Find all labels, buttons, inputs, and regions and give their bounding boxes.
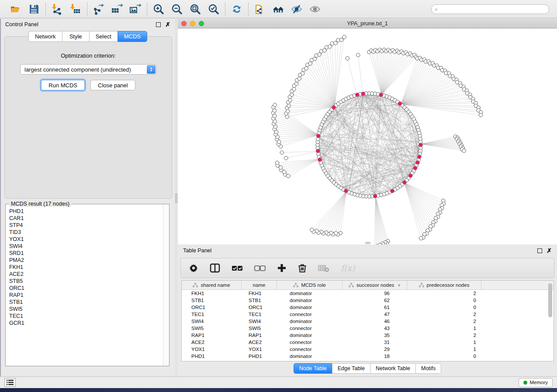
table-cell[interactable]: 18 xyxy=(343,354,407,359)
mcds-result-list[interactable]: PHD1CAR1STP4TID3YOX1SWI4SRD1PMA2FKH1ACE2… xyxy=(6,207,163,363)
table-cell[interactable]: 1 xyxy=(407,340,481,345)
hide-eye-icon[interactable] xyxy=(291,3,303,15)
table-cell[interactable]: FKH1 xyxy=(182,291,242,296)
share-document-icon[interactable] xyxy=(254,3,266,15)
mcds-result-item[interactable]: STB1 xyxy=(9,299,163,306)
tab-motifs[interactable]: Motifs xyxy=(415,363,441,374)
table-cell[interactable]: 46 xyxy=(343,319,407,324)
table-cell[interactable]: 43 xyxy=(343,326,407,331)
mcds-result-item[interactable]: SWI4 xyxy=(9,243,163,250)
network-node[interactable] xyxy=(419,237,422,240)
table-cell[interactable]: 2 xyxy=(407,333,481,338)
network-hscroll-thumb[interactable] xyxy=(365,242,370,244)
mcds-result-item[interactable]: SWI5 xyxy=(9,306,163,313)
network-node[interactable] xyxy=(275,161,279,165)
add-column-icon[interactable] xyxy=(277,263,287,273)
column-header-mcds-role[interactable]: MCDS role xyxy=(277,281,343,289)
network-node[interactable] xyxy=(288,98,292,102)
table-cell[interactable]: TEC1 xyxy=(242,312,277,317)
mcds-result-item[interactable]: FKH1 xyxy=(9,264,163,271)
network-hub-node[interactable] xyxy=(344,189,348,193)
show-eye-icon[interactable] xyxy=(309,3,321,15)
network-node[interactable] xyxy=(322,48,326,52)
table-cell[interactable]: SWI5 xyxy=(242,326,277,331)
column-header-successor-nodes[interactable]: successor nodes ∨ xyxy=(343,281,407,289)
table-row[interactable]: STB1STB1dominator620 xyxy=(182,297,554,304)
table-cell[interactable]: YOX1 xyxy=(242,347,277,352)
panel-splitter[interactable] xyxy=(175,19,178,376)
splitter-handle[interactable] xyxy=(175,193,177,203)
select-all-checks-icon[interactable] xyxy=(232,264,243,272)
table-cell[interactable]: dominator xyxy=(277,291,343,296)
table-cell[interactable]: 2 xyxy=(407,291,481,296)
refresh-icon[interactable] xyxy=(231,3,243,15)
mcds-result-item[interactable]: YOX1 xyxy=(9,236,163,243)
network-hub-node[interactable] xyxy=(373,194,377,198)
network-node[interactable] xyxy=(298,77,301,80)
mcds-result-item[interactable]: CAR1 xyxy=(9,215,163,222)
mcds-result-item[interactable]: SRD1 xyxy=(9,250,163,257)
close-panel-button[interactable]: Close panel xyxy=(90,80,135,90)
float-panel-icon[interactable] xyxy=(156,22,161,27)
tab-mcds[interactable]: MCDS xyxy=(118,31,147,42)
network-hub-node[interactable] xyxy=(361,92,365,96)
memory-button[interactable]: Memory xyxy=(519,378,553,387)
table-cell[interactable]: ACE2 xyxy=(242,340,277,345)
table-cell[interactable]: 0 xyxy=(407,354,481,359)
table-cell[interactable]: PHD1 xyxy=(242,354,277,359)
mcds-result-item[interactable]: PMA2 xyxy=(9,257,163,264)
table-cell[interactable]: STB1 xyxy=(242,298,277,303)
table-row[interactable]: SWI4SWI4dominator462 xyxy=(182,318,554,325)
function-builder-icon[interactable]: f(x) xyxy=(341,263,355,273)
delete-column-icon[interactable] xyxy=(298,263,307,273)
tab-edge-table[interactable]: Edge Table xyxy=(332,363,370,374)
network-node[interactable] xyxy=(328,45,332,48)
table-cell[interactable]: YOX1 xyxy=(182,347,242,352)
table-cell[interactable]: 61 xyxy=(343,305,407,310)
mcds-result-item[interactable]: TEC1 xyxy=(9,313,163,320)
table-cell[interactable]: dominator xyxy=(277,333,343,338)
network-node[interactable] xyxy=(308,62,312,65)
table-row[interactable]: TEC1TEC1connector472 xyxy=(182,311,554,318)
network-hub-node[interactable] xyxy=(316,134,320,138)
table-cell[interactable]: PHD1 xyxy=(182,354,242,359)
table-cell[interactable]: SWI4 xyxy=(182,319,242,324)
table-cell[interactable]: 31 xyxy=(343,340,407,345)
network-node[interactable] xyxy=(318,53,321,56)
network-node[interactable] xyxy=(336,38,340,42)
network-hub-node[interactable] xyxy=(398,102,402,106)
table-cell[interactable]: 2 xyxy=(407,312,481,317)
network-node[interactable] xyxy=(462,149,466,152)
table-row[interactable]: YOX1YOX1connector291 xyxy=(182,346,554,353)
table-cell[interactable]: connector xyxy=(277,340,343,345)
table-cell[interactable]: 47 xyxy=(343,312,407,317)
network-node[interactable] xyxy=(292,87,296,91)
network-node[interactable] xyxy=(346,56,349,60)
network-node[interactable] xyxy=(339,38,343,41)
table-cell[interactable]: ORC1 xyxy=(182,305,242,310)
delete-table-icon[interactable] xyxy=(318,264,329,272)
table-cell[interactable]: 0 xyxy=(407,305,481,310)
tab-network[interactable]: Network xyxy=(28,31,62,42)
export-image-icon[interactable] xyxy=(129,3,142,15)
table-cell[interactable]: 2 xyxy=(407,319,481,324)
table-row[interactable]: SWI5SWI5connector431 xyxy=(182,325,554,332)
network-node[interactable] xyxy=(343,35,346,39)
zoom-selected-icon[interactable] xyxy=(208,3,220,15)
network-hub-node[interactable] xyxy=(332,106,336,110)
network-node[interactable] xyxy=(313,57,316,61)
network-node[interactable] xyxy=(286,110,290,113)
export-network-icon[interactable] xyxy=(93,3,105,15)
network-node[interactable] xyxy=(330,42,334,45)
network-node[interactable] xyxy=(290,93,294,96)
column-header-name[interactable]: name xyxy=(242,281,277,289)
close-table-panel-icon[interactable]: ✗ xyxy=(547,248,552,253)
table-cell[interactable]: 29 xyxy=(343,347,407,352)
table-cell[interactable]: 62 xyxy=(343,298,407,303)
column-layout-icon[interactable] xyxy=(210,263,220,273)
table-cell[interactable]: dominator xyxy=(277,305,343,310)
mcds-result-item[interactable]: ACE2 xyxy=(9,271,163,278)
table-cell[interactable]: connector xyxy=(277,312,343,317)
tab-select[interactable]: Select xyxy=(89,31,118,42)
tab-network-table[interactable]: Network Table xyxy=(370,363,415,374)
